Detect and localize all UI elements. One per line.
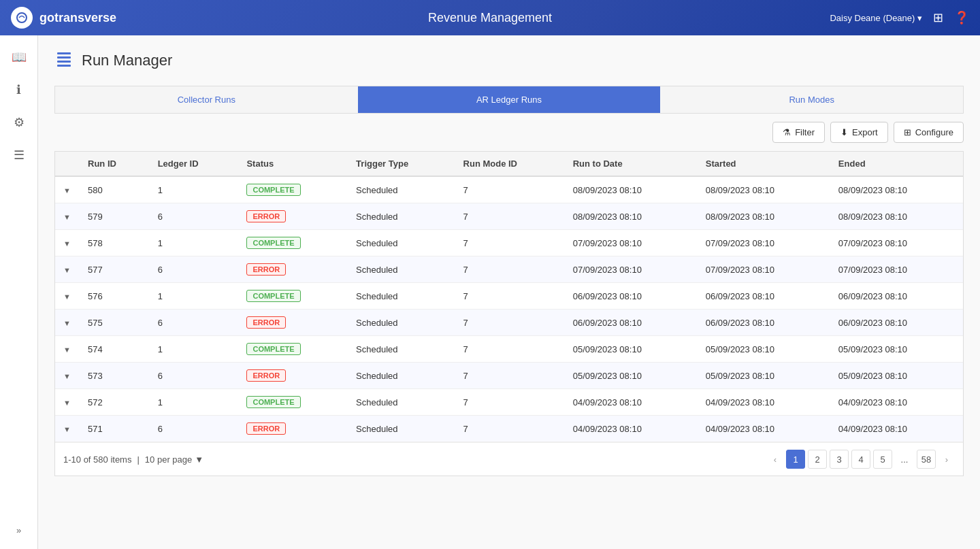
row-trigger-type: Scheduled: [348, 176, 455, 203]
row-expand-button[interactable]: ▼: [63, 372, 71, 380]
row-status: COMPLETE: [238, 283, 348, 310]
export-label: Export: [852, 127, 878, 137]
tab-collector-runs[interactable]: Collector Runs: [55, 86, 358, 113]
per-page-selector[interactable]: 10 per page ▼: [145, 454, 203, 465]
table-header: Run ID Ledger ID Status Trigger Type Run…: [55, 152, 963, 176]
row-expand-button[interactable]: ▼: [63, 186, 71, 195]
row-status: COMPLETE: [238, 389, 348, 416]
data-table-container: Run ID Ledger ID Status Trigger Type Run…: [54, 151, 964, 476]
table-row: ▼ 579 6 ERROR Scheduled 7 08/09/2023 08:…: [55, 203, 963, 230]
status-badge: COMPLETE: [246, 290, 300, 302]
pagination-info: 1-10 of 580 items | 10 per page ▼: [63, 454, 203, 465]
svg-point-0: [17, 13, 27, 22]
row-run-id: 574: [80, 336, 150, 363]
page-button-3[interactable]: 3: [830, 450, 849, 469]
top-nav: gotransverse Revenue Management Daisy De…: [0, 0, 980, 35]
help-icon[interactable]: ❓: [954, 10, 969, 25]
row-run-mode-id: 7: [455, 256, 565, 283]
row-expand-button[interactable]: ▼: [63, 293, 71, 301]
row-started: 04/09/2023 08:10: [698, 389, 830, 416]
row-run-to-date: 07/09/2023 08:10: [565, 256, 698, 283]
row-ended: 05/09/2023 08:10: [830, 363, 963, 389]
next-page-button[interactable]: ›: [938, 450, 955, 469]
table-row: ▼ 573 6 ERROR Scheduled 7 05/09/2023 08:…: [55, 363, 963, 389]
tab-ar-ledger-runs[interactable]: AR Ledger Runs: [358, 86, 661, 113]
prev-page-button[interactable]: ‹: [767, 450, 783, 469]
table-row: ▼ 580 1 COMPLETE Scheduled 7 08/09/2023 …: [55, 176, 963, 203]
page-button-4[interactable]: 4: [851, 450, 870, 469]
row-ended: 05/09/2023 08:10: [830, 336, 963, 363]
row-status: ERROR: [238, 310, 348, 336]
row-ledger-id: 6: [150, 310, 239, 336]
row-ended: 07/09/2023 08:10: [830, 256, 963, 283]
row-expand-cell: ▼: [55, 310, 80, 336]
row-run-to-date: 04/09/2023 08:10: [565, 416, 698, 442]
row-run-id: 575: [80, 310, 150, 336]
page-button-1[interactable]: 1: [786, 450, 805, 469]
row-run-to-date: 08/09/2023 08:10: [565, 176, 698, 203]
row-status: ERROR: [238, 363, 348, 389]
filter-button[interactable]: ⚗ Filter: [772, 122, 825, 143]
table-row: ▼ 576 1 COMPLETE Scheduled 7 06/09/2023 …: [55, 283, 963, 310]
row-status: COMPLETE: [238, 230, 348, 256]
logo-icon[interactable]: [11, 7, 33, 29]
row-run-to-date: 05/09/2023 08:10: [565, 336, 698, 363]
row-expand-button[interactable]: ▼: [63, 266, 71, 274]
pagination-range: 1-10 of 580 items: [63, 454, 131, 465]
sidebar-item-info[interactable]: ℹ: [5, 76, 33, 103]
status-badge: ERROR: [246, 369, 286, 382]
row-run-to-date: 06/09/2023 08:10: [565, 310, 698, 336]
row-expand-button[interactable]: ▼: [63, 239, 71, 248]
sidebar-item-settings[interactable]: ⚙: [5, 109, 33, 136]
pagination-row: 1-10 of 580 items | 10 per page ▼ ‹ 1 2 …: [55, 442, 963, 476]
table-row: ▼ 574 1 COMPLETE Scheduled 7 05/09/2023 …: [55, 336, 963, 363]
status-badge: ERROR: [246, 422, 286, 435]
row-ledger-id: 1: [150, 230, 239, 256]
tab-run-modes[interactable]: Run Modes: [660, 86, 963, 113]
row-run-to-date: 04/09/2023 08:10: [565, 389, 698, 416]
user-menu[interactable]: Daisy Deane (Deane) ▾: [830, 13, 922, 23]
row-started: 07/09/2023 08:10: [698, 256, 830, 283]
row-ledger-id: 6: [150, 203, 239, 230]
table-row: ▼ 577 6 ERROR Scheduled 7 07/09/2023 08:…: [55, 256, 963, 283]
row-ledger-id: 6: [150, 363, 239, 389]
row-run-to-date: 08/09/2023 08:10: [565, 203, 698, 230]
svg-rect-3: [57, 61, 71, 63]
row-ended: 08/09/2023 08:10: [830, 176, 963, 203]
export-button[interactable]: ⬇ Export: [830, 122, 888, 143]
row-expand-button[interactable]: ▼: [63, 346, 71, 354]
sidebar-item-list[interactable]: ☰: [5, 142, 33, 169]
row-ledger-id: 1: [150, 336, 239, 363]
svg-rect-1: [57, 52, 71, 54]
sidebar-item-book[interactable]: 📖: [5, 44, 33, 71]
page-button-2[interactable]: 2: [808, 450, 827, 469]
row-trigger-type: Scheduled: [348, 416, 455, 442]
row-trigger-type: Scheduled: [348, 310, 455, 336]
tabs-container: Collector Runs AR Ledger Runs Run Modes: [54, 86, 964, 114]
sidebar-expand-button[interactable]: »: [5, 519, 33, 541]
row-run-mode-id: 7: [455, 283, 565, 310]
row-trigger-type: Scheduled: [348, 230, 455, 256]
status-badge: ERROR: [246, 316, 286, 329]
row-ended: 08/09/2023 08:10: [830, 203, 963, 230]
row-run-id: 577: [80, 256, 150, 283]
row-expand-button[interactable]: ▼: [63, 319, 71, 327]
row-ledger-id: 1: [150, 389, 239, 416]
page-ellipsis: ...: [895, 450, 914, 469]
status-badge: COMPLETE: [246, 184, 300, 196]
col-run-mode-id: Run Mode ID: [455, 152, 565, 176]
page-button-5[interactable]: 5: [873, 450, 892, 469]
row-expand-button[interactable]: ▼: [63, 399, 71, 407]
page-button-58[interactable]: 58: [917, 450, 936, 469]
row-started: 07/09/2023 08:10: [698, 230, 830, 256]
row-expand-button[interactable]: ▼: [63, 213, 71, 221]
row-ended: 07/09/2023 08:10: [830, 230, 963, 256]
apps-grid-icon[interactable]: ⊞: [933, 10, 943, 25]
row-run-to-date: 06/09/2023 08:10: [565, 283, 698, 310]
filter-label: Filter: [795, 127, 815, 137]
page-nav-title: Revenue Management: [161, 11, 819, 25]
row-expand-button[interactable]: ▼: [63, 425, 71, 433]
row-expand-cell: ▼: [55, 203, 80, 230]
configure-button[interactable]: ⊞ Configure: [894, 122, 964, 143]
col-status: Status: [238, 152, 348, 176]
